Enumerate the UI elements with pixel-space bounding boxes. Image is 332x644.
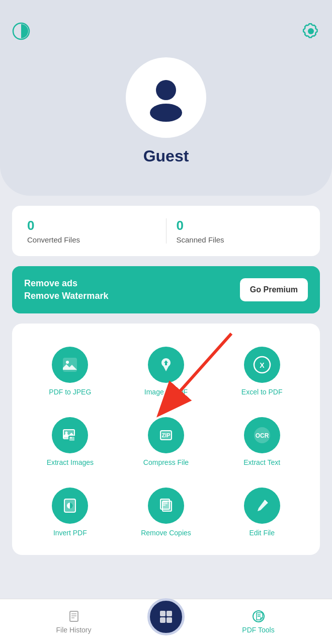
tools-card: PDF to JPEG Image to PDF X — [12, 324, 320, 555]
tool-edit-file[interactable]: Edit File — [214, 479, 310, 545]
go-premium-button[interactable]: Go Premium — [240, 278, 308, 301]
edit-file-icon — [244, 488, 280, 524]
svg-point-5 — [66, 361, 69, 364]
excel-to-pdf-label: Excel to PDF — [241, 388, 283, 396]
theme-toggle-icon[interactable] — [10, 20, 32, 42]
svg-text:X: X — [260, 361, 265, 369]
svg-rect-33 — [167, 617, 172, 623]
tool-remove-copies[interactable]: Remove Copies — [118, 479, 214, 545]
svg-text:ZIP: ZIP — [161, 432, 170, 438]
stats-card: 0 Converted Files 0 Scanned Files — [12, 206, 320, 256]
pdf-to-jpeg-icon — [52, 347, 88, 383]
svg-rect-31 — [167, 611, 172, 616]
nav-file-history-label: File History — [56, 626, 91, 634]
stats-divider — [166, 218, 167, 244]
svg-rect-26 — [70, 611, 78, 621]
zip-compress-label: Compress File — [143, 458, 189, 466]
scanned-label: Scanned Files — [177, 235, 305, 244]
svg-rect-11 — [69, 437, 74, 441]
tools-grid: PDF to JPEG Image to PDF X — [22, 339, 310, 545]
tool-image-to-pdf[interactable]: Image to PDF — [118, 339, 214, 404]
settings-icon[interactable] — [300, 20, 322, 42]
svg-rect-30 — [160, 611, 165, 616]
bottom-nav: File History PDF Tools — [0, 599, 332, 644]
nav-center-button[interactable] — [147, 598, 185, 635]
svg-text:OCR: OCR — [255, 432, 269, 439]
username: Guest — [143, 147, 189, 166]
remove-copies-icon — [148, 488, 184, 524]
svg-point-3 — [150, 104, 182, 122]
extract-images-icon — [52, 417, 88, 453]
nav-pdf-tools-label: PDF Tools — [242, 626, 274, 634]
nav-pdf-tools[interactable]: PDF Tools — [185, 609, 332, 634]
excel-to-pdf-icon: X — [244, 347, 280, 383]
image-to-pdf-icon — [148, 347, 184, 383]
tool-ocr-extract[interactable]: OCR Extract Text — [214, 409, 310, 474]
scanned-count: 0 — [177, 218, 305, 233]
tools-section: PDF to JPEG Image to PDF X — [0, 324, 332, 555]
ocr-extract-label: Extract Text — [243, 458, 280, 466]
top-bar — [10, 20, 322, 42]
zip-compress-icon: ZIP — [148, 417, 184, 453]
tool-excel-to-pdf[interactable]: X Excel to PDF — [214, 339, 310, 404]
svg-rect-20 — [160, 499, 170, 509]
converted-files-stat: 0 Converted Files — [27, 218, 156, 244]
svg-point-12 — [70, 437, 72, 439]
edit-file-label: Edit File — [249, 529, 275, 537]
tool-zip-compress[interactable]: ZIP Compress File — [118, 409, 214, 474]
tool-extract-images[interactable]: Extract Images — [22, 409, 118, 474]
extract-images-label: Extract Images — [47, 458, 94, 466]
scanned-files-stat: 0 Scanned Files — [177, 218, 305, 244]
nav-file-history[interactable]: File History — [0, 609, 147, 634]
tool-invert-pdf[interactable]: Invert PDF — [22, 479, 118, 545]
tool-pdf-to-jpeg[interactable]: PDF to JPEG — [22, 339, 118, 404]
remove-copies-label: Remove Copies — [141, 529, 191, 537]
svg-rect-32 — [160, 617, 165, 623]
svg-point-2 — [156, 80, 176, 100]
pdf-to-jpeg-label: PDF to JPEG — [49, 388, 91, 396]
premium-banner: Remove ads Remove Watermark Go Premium — [12, 266, 320, 313]
profile-section: Guest — [0, 0, 332, 196]
invert-pdf-icon — [52, 488, 88, 524]
invert-pdf-label: Invert PDF — [53, 529, 87, 537]
converted-count: 0 — [27, 218, 156, 233]
converted-label: Converted Files — [27, 235, 156, 244]
image-to-pdf-label: Image to PDF — [144, 388, 188, 396]
avatar — [126, 57, 206, 138]
premium-text: Remove ads Remove Watermark — [24, 277, 108, 302]
ocr-extract-icon: OCR — [244, 417, 280, 453]
